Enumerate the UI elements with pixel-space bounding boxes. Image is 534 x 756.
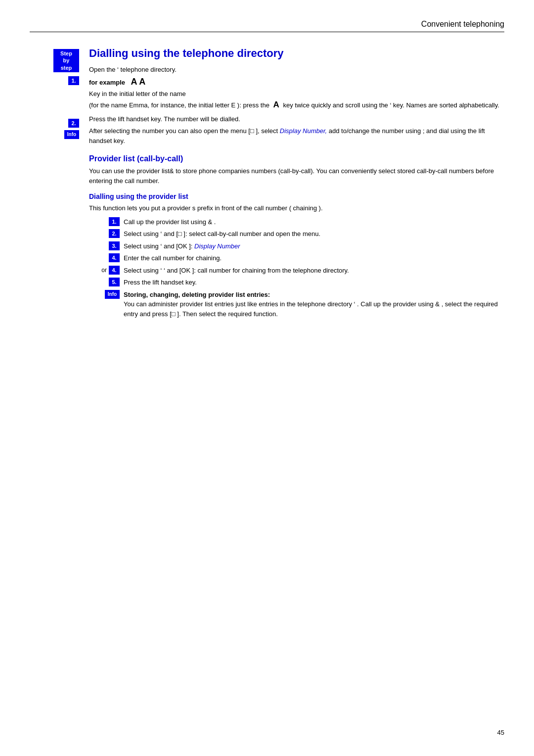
for-example-row: for example A A — [89, 77, 504, 87]
provider-info-text: Storing, changing, deleting provider lis… — [124, 290, 504, 319]
provider-step2-badge: 2. — [109, 229, 120, 238]
main-content: Dialling using the telephone directory O… — [84, 47, 504, 319]
dialling-provider-subtitle: Dialling using the provider list — [89, 192, 504, 200]
provider-info-badge: Info — [105, 290, 120, 299]
example-letters: A A — [131, 77, 146, 87]
provider-step2-row: 2. Select using ‘ and [□ ]: select call-… — [89, 229, 504, 239]
dialling-step2-badge: 2. — [68, 119, 79, 128]
provider-step2-text: Select using ‘ and [□ ]: select call-by-… — [124, 229, 504, 239]
dialling-step1-text: Open the ‘ telephone directory. — [89, 65, 504, 75]
page: Convenient telephoning Step by step 1. 2… — [0, 0, 534, 756]
left-sidebar: Step by step 1. 2. Info — [30, 47, 84, 319]
key-A: A — [273, 100, 279, 109]
header: Convenient telephoning — [30, 20, 504, 32]
header-title: Convenient telephoning — [421, 20, 504, 29]
provider-info-row: Info Storing, changing, deleting provide… — [89, 290, 504, 319]
provider-step4b-badge: 4. — [109, 266, 120, 275]
provider-step5-row: 5. Press the lift handset key. — [89, 278, 504, 287]
provider-or-row: or 4. Select using ‘ ‘ and [OK ]: call n… — [89, 266, 504, 276]
key-in-detail: (for the name Emma, for instance, the in… — [89, 98, 504, 111]
provider-step3-row: 3. Select using ‘ and [OK ]: Display Num… — [89, 241, 504, 251]
provider-step5-badge: 5. — [109, 278, 120, 286]
provider-step4-text: Enter the call number for chaining. — [124, 253, 504, 263]
or-label: or — [101, 267, 107, 274]
display-number-step3: Display Number — [194, 242, 240, 250]
dialling-title: Dialling using the telephone directory — [89, 47, 504, 60]
provider-step4-badge: 4. — [109, 253, 120, 262]
step-by-step-badge: Step by step — [53, 49, 79, 72]
page-number: 45 — [497, 729, 504, 736]
provider-section: Provider list (call-by-call) You can use… — [89, 154, 504, 319]
dialling-info-badge: Info — [64, 130, 79, 139]
provider-step4b-text: Select using ‘ ‘ and [OK ]: call number … — [124, 266, 504, 276]
for-example-label: for example — [89, 79, 125, 86]
display-number-link: Display Number, — [280, 127, 327, 135]
provider-step1-badge: 1. — [109, 217, 120, 226]
key-in-text: Key in the initial letter of the name — [89, 89, 504, 99]
provider-step1-text: Call up the provider list using & . — [124, 217, 504, 227]
provider-step4-row: 4. Enter the call number for chaining. — [89, 253, 504, 263]
provider-step1-row: 1. Call up the provider list using & . — [89, 217, 504, 227]
dialling-info-text: After selecting the number you can also … — [89, 126, 504, 145]
provider-step5-text: Press the lift handset key. — [124, 278, 504, 287]
provider-title: Provider list (call-by-call) — [89, 154, 504, 163]
provider-step3-badge: 3. — [109, 241, 120, 250]
provider-info-bold: Storing, changing, deleting provider lis… — [124, 291, 270, 298]
dialling-step2-text: Press the lift handset key. The number w… — [89, 114, 504, 124]
provider-step3-text: Select using ‘ and [OK ]: Display Number — [124, 241, 504, 251]
dialling-provider-intro: This function lets you put a provider s … — [89, 203, 504, 213]
content-area: Step by step 1. 2. Info — [30, 47, 504, 319]
dialling-step1-badge: 1. — [68, 76, 79, 85]
provider-intro: You can use the provider list& to store … — [89, 166, 504, 186]
